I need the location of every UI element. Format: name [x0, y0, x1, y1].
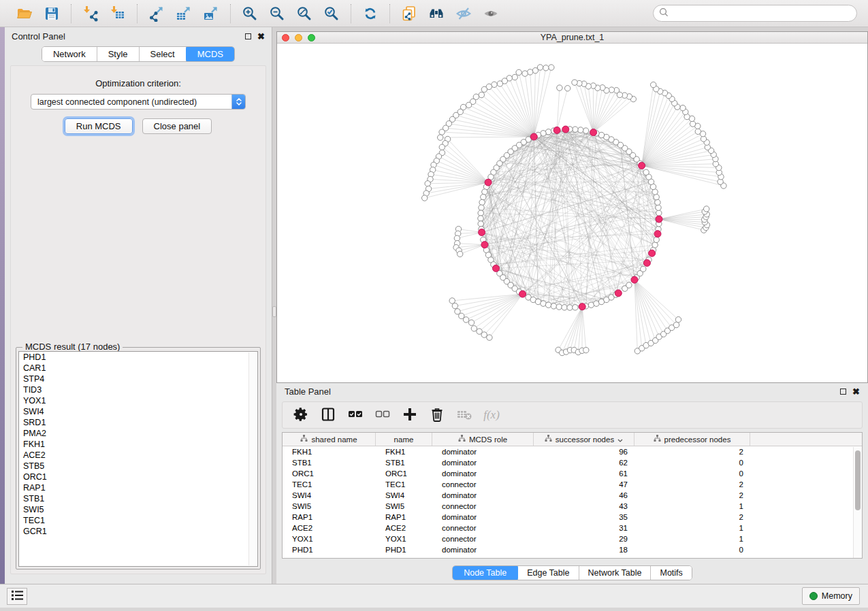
mcds-result-list[interactable]: PHD1CAR1STP4TID3YOX1SWI4SRD1PMA2FKH1ACE2…	[18, 351, 258, 567]
table-cell[interactable]: 1	[634, 535, 750, 543]
table-cell[interactable]: STB1	[376, 459, 432, 467]
table-cell[interactable]: SWI5	[376, 502, 432, 510]
table-cell[interactable]: dominator	[432, 546, 534, 554]
float-table-panel-icon[interactable]	[840, 389, 846, 395]
table-cell[interactable]: ACE2	[376, 524, 432, 532]
tab-mcds[interactable]: MCDS	[186, 46, 235, 62]
network-window-titlebar[interactable]: YPA_prune.txt_1	[277, 32, 867, 44]
zoom-in-button[interactable]	[238, 3, 262, 24]
tab-motifs[interactable]: Motifs	[651, 566, 691, 580]
tab-network[interactable]: Network	[42, 47, 97, 61]
hide-selected-button[interactable]	[451, 3, 476, 24]
mcds-result-item[interactable]: YOX1	[19, 395, 257, 406]
mcds-result-item[interactable]: STB1	[19, 493, 257, 504]
save-session-button[interactable]	[39, 3, 64, 24]
mcds-result-item[interactable]: STB5	[19, 461, 257, 472]
table-cell[interactable]: PHD1	[283, 546, 376, 554]
table-row[interactable]: YOX1YOX1connector291	[283, 533, 862, 544]
table-row[interactable]: ORC1ORC1dominator610	[283, 468, 862, 479]
mcds-result-item[interactable]: SWI5	[19, 504, 257, 515]
column-header-name[interactable]: name	[376, 433, 432, 446]
table-cell[interactable]: dominator	[432, 513, 534, 521]
table-cell[interactable]: SWI5	[283, 502, 376, 510]
table-cell[interactable]: dominator	[432, 459, 534, 467]
search-box[interactable]	[653, 5, 857, 22]
show-all-button[interactable]	[479, 3, 503, 24]
table-settings-button[interactable]	[291, 405, 311, 425]
mcds-result-item[interactable]: ACE2	[19, 450, 257, 461]
table-cell[interactable]: FKH1	[376, 448, 432, 456]
mcds-result-item[interactable]: TEC1	[19, 515, 257, 526]
table-cell[interactable]: dominator	[432, 491, 534, 499]
close-table-panel-icon[interactable]: ✖	[852, 387, 860, 396]
close-panel-icon[interactable]: ✖	[257, 32, 265, 41]
deselect-all-rows-button[interactable]	[372, 405, 393, 425]
table-cell[interactable]: 2	[634, 480, 750, 489]
mcds-result-item[interactable]: SWI4	[19, 406, 257, 417]
select-all-rows-button[interactable]	[345, 405, 366, 425]
table-cell[interactable]: YOX1	[376, 535, 432, 543]
mcds-result-item[interactable]: SRD1	[19, 417, 257, 428]
table-scrollbar-thumb[interactable]	[855, 450, 861, 510]
table-cell[interactable]: 29	[534, 535, 634, 543]
export-table-button[interactable]	[172, 3, 196, 24]
table-cell[interactable]: 0	[634, 469, 750, 478]
zoom-selected-button[interactable]	[319, 3, 344, 24]
mcds-result-item[interactable]: PHD1	[19, 352, 257, 363]
mcds-list-scrollbar[interactable]	[248, 352, 257, 565]
duplicate-network-button[interactable]	[397, 3, 421, 24]
table-cell[interactable]: connector	[432, 535, 534, 543]
table-cell[interactable]: STB1	[283, 459, 376, 467]
table-cell[interactable]: 2	[634, 448, 750, 456]
table-cell[interactable]: 46	[534, 491, 634, 499]
search-input[interactable]	[672, 9, 851, 18]
table-cell[interactable]: YOX1	[283, 535, 376, 543]
refresh-view-button[interactable]	[358, 3, 383, 24]
table-cell[interactable]: 2	[634, 513, 750, 521]
table-cell[interactable]: FKH1	[283, 448, 376, 456]
open-file-button[interactable]	[12, 3, 37, 24]
column-header-predecessor-nodes[interactable]: predecessor nodes	[634, 433, 750, 446]
table-cell[interactable]: SWI4	[283, 491, 376, 499]
table-cell[interactable]: 1	[634, 524, 750, 532]
tab-edge-table[interactable]: Edge Table	[518, 566, 579, 580]
export-image-button[interactable]	[199, 3, 223, 24]
memory-button[interactable]: Memory	[802, 587, 860, 605]
tab-select[interactable]: Select	[140, 47, 187, 61]
table-row[interactable]: STB1STB1dominator620	[283, 457, 862, 468]
table-cell[interactable]: 0	[634, 459, 750, 467]
table-cell[interactable]: 43	[534, 502, 634, 510]
close-panel-button[interactable]: Close panel	[142, 118, 212, 134]
mcds-result-item[interactable]: GCR1	[19, 526, 257, 537]
table-cell[interactable]: SWI4	[376, 491, 432, 499]
table-row[interactable]: SWI5SWI5connector431	[283, 501, 862, 512]
table-cell[interactable]: connector	[432, 480, 534, 489]
column-layout-button[interactable]	[318, 405, 338, 425]
zoom-out-button[interactable]	[265, 3, 289, 24]
table-cell[interactable]: 31	[534, 524, 634, 532]
column-header-MCDS-role[interactable]: MCDS role	[432, 433, 534, 446]
mcds-result-item[interactable]: CAR1	[19, 363, 257, 374]
table-cell[interactable]: 18	[534, 546, 634, 554]
column-header-successor-nodes[interactable]: successor nodes	[534, 433, 634, 446]
table-cell[interactable]: dominator	[432, 469, 534, 478]
add-column-button[interactable]	[400, 405, 420, 425]
table-cell[interactable]: 96	[534, 448, 634, 456]
network-canvas[interactable]	[277, 44, 867, 382]
table-cell[interactable]: TEC1	[376, 480, 432, 489]
table-cell[interactable]: 1	[634, 502, 750, 510]
table-cell[interactable]: 35	[534, 513, 634, 521]
table-cell[interactable]: connector	[432, 502, 534, 510]
table-cell[interactable]: ORC1	[283, 469, 376, 478]
mcds-result-item[interactable]: ORC1	[19, 472, 257, 482]
table-cell[interactable]: RAP1	[283, 513, 376, 521]
table-cell[interactable]: 61	[534, 469, 634, 478]
table-cell[interactable]: 47	[534, 480, 634, 489]
mcds-result-item[interactable]: FKH1	[19, 439, 257, 450]
table-row[interactable]: RAP1RAP1dominator352	[283, 512, 862, 523]
run-mcds-button[interactable]: Run MCDS	[65, 118, 133, 134]
tab-node-table[interactable]: Node Table	[452, 565, 519, 580]
table-cell[interactable]: ORC1	[376, 469, 432, 478]
column-header-shared-name[interactable]: shared name	[283, 433, 376, 446]
float-panel-icon[interactable]	[245, 33, 251, 39]
